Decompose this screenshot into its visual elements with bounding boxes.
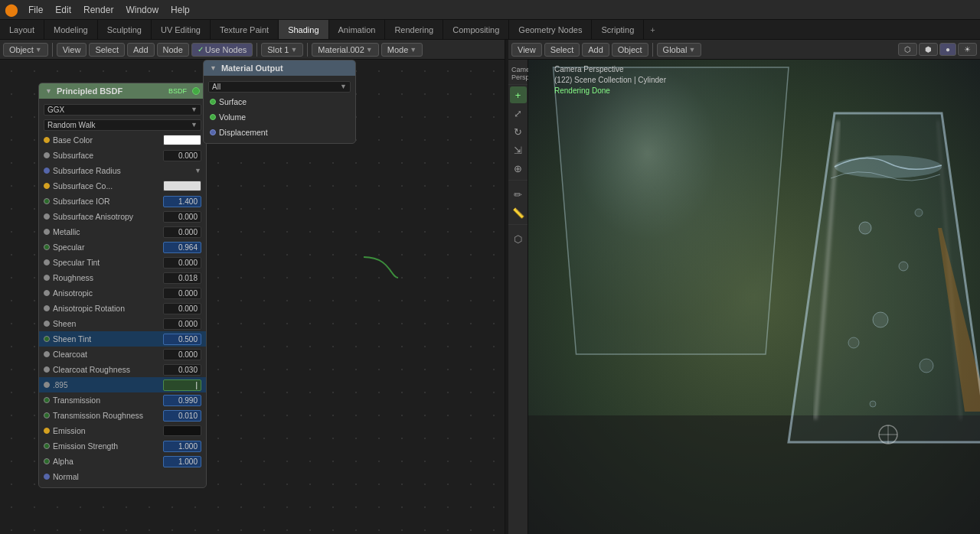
emission-strength-value[interactable]: 1.000 [163, 441, 201, 452]
subsurface-radius-row[interactable]: Subsurface Radius ▼ [39, 163, 206, 178]
node-button[interactable]: Node [157, 43, 189, 57]
material-dropdown[interactable]: Material.002 ▼ [312, 43, 378, 57]
transmission-roughness-row[interactable]: Transmission Roughness 0.010 [39, 408, 206, 423]
alpha-row[interactable]: Alpha 1.000 [39, 454, 206, 469]
sheen-tint-value[interactable]: 0.500 [163, 334, 201, 345]
tab-rendering[interactable]: Rendering [385, 20, 443, 39]
emission-value[interactable] [163, 425, 201, 436]
specular-value[interactable]: 0.964 [163, 242, 201, 253]
object-button-right[interactable]: Object [612, 43, 648, 57]
tab-scripting[interactable]: Scripting [592, 20, 644, 39]
add-button-right[interactable]: Add [582, 43, 609, 57]
material-output-node[interactable]: ▼ Material Output All ▼ Surface [203, 60, 356, 144]
subsurface-ior-value[interactable]: 1.400 [163, 196, 201, 207]
tab-compositing[interactable]: Compositing [443, 20, 509, 39]
add-button-left[interactable]: Add [127, 43, 155, 57]
subsurface-method-dropdown[interactable]: Random Walk ▼ [44, 119, 201, 131]
anisotropic-rotation-value[interactable]: 0.000 [163, 303, 201, 314]
metallic-row[interactable]: Metallic 0.000 [39, 224, 206, 239]
subsurface-color-value[interactable] [163, 181, 201, 191]
principled-bsdf-node[interactable]: ▼ Principled BSDF BSDF GGX ▼ [38, 83, 207, 488]
subsurface-value[interactable]: 0.000 [163, 150, 201, 161]
transform-icon[interactable]: ⊕ [510, 160, 527, 177]
tab-shading[interactable]: Shading [279, 20, 328, 39]
metallic-value[interactable]: 0.000 [163, 226, 201, 238]
sheen-row[interactable]: Sheen 0.000 [39, 316, 206, 331]
distribution-row[interactable]: GGX ▼ [39, 102, 206, 117]
rotate-icon[interactable]: ↻ [510, 123, 527, 140]
anisotropic-row[interactable]: Anisotropic 0.000 [39, 285, 206, 301]
subsurface-color-row[interactable]: Subsurface Co... [39, 178, 206, 194]
roughness-value[interactable]: 0.018 [163, 272, 201, 284]
add-cube-icon[interactable]: ⬡ [510, 230, 527, 247]
subsurface-row[interactable]: Subsurface 0.000 [39, 148, 206, 163]
volume-output-row[interactable]: Volume [204, 109, 355, 125]
measure-icon[interactable]: 📏 [510, 204, 527, 221]
select-button-right[interactable]: Select [544, 43, 580, 57]
base-color-value[interactable] [163, 135, 201, 145]
alpha-value[interactable]: 1.000 [163, 456, 201, 467]
transform-dropdown[interactable]: Global ▼ [657, 43, 702, 57]
ior-edit-value[interactable]: | [163, 379, 201, 391]
view-button[interactable]: View [57, 43, 87, 57]
emission-strength-row[interactable]: Emission Strength 1.000 [39, 438, 206, 454]
tab-uv-editing[interactable]: UV Editing [152, 20, 211, 39]
ior-edit-row[interactable]: .895 | [39, 377, 206, 392]
transmission-row[interactable]: Transmission 0.990 [39, 392, 206, 408]
output-all-row[interactable]: All ▼ [204, 79, 355, 94]
tab-geometry-nodes[interactable]: Geometry Nodes [509, 20, 592, 39]
select-button-left[interactable]: Select [89, 43, 125, 57]
transmission-value[interactable]: 0.990 [163, 395, 201, 406]
transmission-roughness-value[interactable]: 0.010 [163, 410, 201, 422]
mode-dropdown[interactable]: Mode ▼ [381, 43, 423, 57]
subsurface-method-row[interactable]: Random Walk ▼ [39, 117, 206, 132]
scale-icon[interactable]: ⇲ [510, 142, 527, 158]
add-workspace-button[interactable]: + [644, 20, 661, 39]
anisotropic-rotation-row[interactable]: Anisotropic Rotation 0.000 [39, 301, 206, 316]
annotate-icon[interactable]: ✏ [510, 186, 527, 203]
menu-help[interactable]: Help [165, 3, 195, 17]
menu-edit[interactable]: Edit [50, 3, 77, 17]
tab-animation[interactable]: Animation [329, 20, 386, 39]
tab-modeling[interactable]: Modeling [44, 20, 98, 39]
surface-output-row[interactable]: Surface [204, 94, 355, 109]
clearcoat-roughness-row[interactable]: Clearcoat Roughness 0.030 [39, 362, 206, 377]
object-type-dropdown[interactable]: Object ▼ [3, 43, 48, 57]
output-all-dropdown[interactable]: All ▼ [208, 81, 351, 93]
tab-layout[interactable]: Layout [0, 20, 44, 39]
menu-file[interactable]: File [23, 3, 48, 17]
use-nodes-toggle[interactable]: ✓ Use Nodes [191, 43, 253, 57]
subsurface-anisotropy-row[interactable]: Subsurface Anisotropy 0.000 [39, 209, 206, 224]
displacement-output-row[interactable]: Displacement [204, 125, 355, 140]
menu-render[interactable]: Render [78, 3, 119, 17]
sheen-tint-row[interactable]: Sheen Tint 0.500 [39, 331, 206, 347]
specular-tint-value[interactable]: 0.000 [163, 257, 201, 269]
clearcoat-value[interactable]: 0.000 [163, 349, 201, 360]
viewport-shading-render[interactable]: ☀ [958, 43, 977, 56]
viewport-shading-solid[interactable]: ⬢ [919, 43, 938, 56]
viewport-container[interactable]: Camera Perspective (122) Scene Collectio… [528, 60, 980, 534]
sheen-value[interactable]: 0.000 [163, 318, 201, 330]
node-editor-canvas[interactable]: ▼ Principled BSDF BSDF GGX ▼ [0, 60, 505, 534]
roughness-row[interactable]: Roughness 0.018 [39, 270, 206, 285]
distribution-dropdown[interactable]: GGX ▼ [44, 104, 201, 116]
viewport-shading-wire[interactable]: ⬡ [898, 43, 917, 56]
emission-row[interactable]: Emission [39, 423, 206, 438]
specular-tint-row[interactable]: Specular Tint 0.000 [39, 255, 206, 270]
specular-row[interactable]: Specular 0.964 [39, 239, 206, 255]
subsurface-ior-row[interactable]: Subsurface IOR 1.400 [39, 194, 206, 209]
normal-row[interactable]: Normal [39, 469, 206, 484]
subsurface-anisotropy-value[interactable]: 0.000 [163, 211, 201, 223]
tab-texture-paint[interactable]: Texture Paint [211, 20, 279, 39]
menu-window[interactable]: Window [120, 3, 164, 17]
view-button-right[interactable]: View [511, 43, 542, 57]
anisotropic-value[interactable]: 0.000 [163, 288, 201, 299]
base-color-row[interactable]: Base Color [39, 132, 206, 148]
slot-dropdown[interactable]: Slot 1 ▼ [261, 43, 303, 57]
cursor-icon[interactable]: + [510, 86, 527, 103]
clearcoat-roughness-value[interactable]: 0.030 [163, 364, 201, 376]
tab-sculpting[interactable]: Sculpting [98, 20, 152, 39]
viewport-shading-material[interactable]: ● [939, 43, 956, 56]
move-icon[interactable]: ⤢ [510, 105, 527, 122]
clearcoat-row[interactable]: Clearcoat 0.000 [39, 347, 206, 362]
